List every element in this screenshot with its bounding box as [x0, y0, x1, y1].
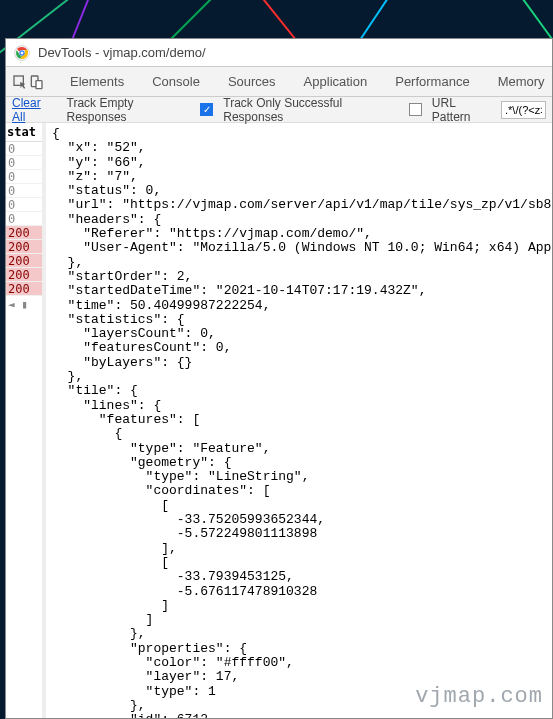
tab-elements[interactable]: Elements — [56, 67, 138, 97]
svg-point-2 — [21, 51, 24, 54]
tab-sources[interactable]: Sources — [214, 67, 290, 97]
tab-performance[interactable]: Performance — [381, 67, 483, 97]
titlebar: DevTools - vjmap.com/demo/ — [6, 39, 552, 67]
url-pattern-label: URL Pattern — [432, 96, 497, 124]
track-success-checkbox[interactable] — [409, 103, 422, 116]
content-area: stat 000000200200200200200 ◄ ▮ { "x": "5… — [6, 123, 552, 718]
clear-all-link[interactable]: Clear All — [12, 96, 57, 124]
json-viewer[interactable]: { "x": "52", "y": "66", "z": "7", "statu… — [46, 123, 552, 718]
svg-rect-5 — [36, 80, 42, 88]
url-pattern-input[interactable] — [501, 101, 546, 119]
tabs-bar: Elements Console Sources Application Per… — [6, 67, 552, 97]
status-header: stat — [6, 123, 42, 142]
status-row[interactable]: 0 — [6, 184, 42, 198]
devtools-window: DevTools - vjmap.com/demo/ Elements Cons… — [5, 38, 553, 719]
inspect-icon[interactable] — [12, 70, 28, 94]
status-row[interactable]: 0 — [6, 198, 42, 212]
status-row[interactable]: 0 — [6, 170, 42, 184]
status-row[interactable]: 200 — [6, 226, 42, 240]
status-row[interactable]: 200 — [6, 282, 42, 296]
track-empty-checkbox[interactable]: ✓ — [200, 103, 213, 116]
status-row[interactable]: 0 — [6, 156, 42, 170]
track-empty-label[interactable]: Track Empty Responses ✓ — [67, 96, 214, 124]
status-row[interactable]: 0 — [6, 212, 42, 226]
tab-memory[interactable]: Memory — [484, 67, 553, 97]
tab-console[interactable]: Console — [138, 67, 214, 97]
window-title: DevTools - vjmap.com/demo/ — [38, 45, 206, 60]
url-pattern-group: URL Pattern — [432, 96, 546, 124]
track-success-label[interactable]: Track Only Successful Responses — [223, 96, 422, 124]
status-row[interactable]: 200 — [6, 254, 42, 268]
device-icon[interactable] — [28, 70, 44, 94]
track-success-text: Track Only Successful Responses — [223, 96, 405, 124]
tab-application[interactable]: Application — [290, 67, 382, 97]
status-row[interactable]: 200 — [6, 268, 42, 282]
panel-toolbar: Clear All Track Empty Responses ✓ Track … — [6, 97, 552, 123]
chrome-icon — [14, 45, 30, 61]
status-column: stat 000000200200200200200 ◄ ▮ — [6, 123, 46, 718]
scroll-hint[interactable]: ◄ ▮ — [6, 298, 42, 311]
track-empty-text: Track Empty Responses — [67, 96, 197, 124]
status-row[interactable]: 200 — [6, 240, 42, 254]
status-row[interactable]: 0 — [6, 142, 42, 156]
